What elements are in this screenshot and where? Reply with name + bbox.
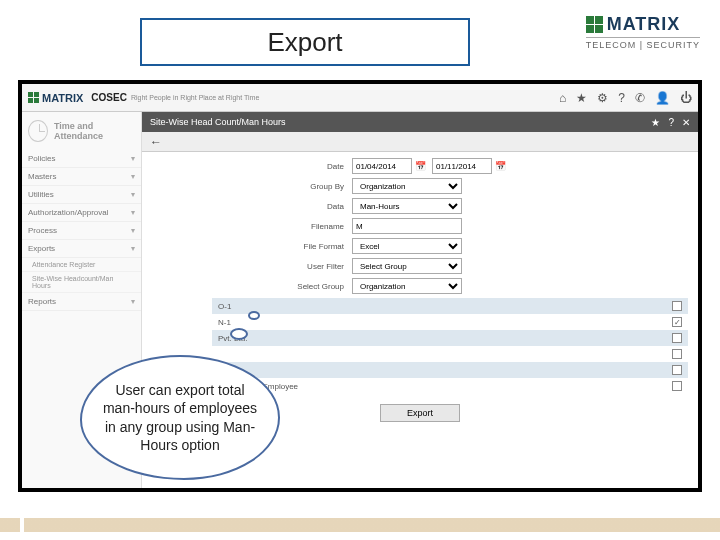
list-item-label: O-1 [218,302,231,311]
close-icon[interactable]: ✕ [682,117,690,128]
fileformat-select[interactable]: Excel [352,238,462,254]
checkbox[interactable] [672,333,682,343]
breadcrumb-bar: Site-Wise Head Count/Man Hours ★ ? ✕ [142,112,698,132]
filename-input[interactable] [352,218,462,234]
checkbox[interactable] [672,381,682,391]
checkbox[interactable] [672,301,682,311]
checkbox[interactable]: ✓ [672,317,682,327]
app-header: MATRIX COSEC Right People in Right Place… [22,84,698,112]
sidebar-item-exports[interactable]: Exports▾ [22,240,141,258]
list-item[interactable]: Unassigned Employee [212,378,688,394]
list-item[interactable]: O-1 [212,298,688,314]
groupby-select[interactable]: Organization [352,178,462,194]
sidebar-item-label: Process [28,226,57,235]
callout-bubble-icon [248,311,260,320]
sidebar-item-process[interactable]: Process▾ [22,222,141,240]
date-to-input[interactable] [432,158,492,174]
user-icon[interactable]: 👤 [655,91,670,105]
list-item[interactable] [212,346,688,362]
brand-name: MATRIX [607,14,681,35]
date-label: Date [152,162,352,171]
chevron-down-icon: ▾ [131,244,135,253]
brand-block: MATRIX TELECOM | SECURITY [586,14,700,50]
header-logo: MATRIX [28,92,83,104]
star-icon[interactable]: ★ [576,91,587,105]
product-tagline: Right People in Right Place at Right Tim… [131,94,259,101]
sidebar-sub-sitewise[interactable]: Site-Wise Headcount/Man Hours [22,272,141,293]
sidebar-item-label: Masters [28,172,56,181]
sidebar-item-policies[interactable]: Policies▾ [22,150,141,168]
checkbox[interactable] [672,365,682,375]
calendar-icon[interactable]: 📅 [495,161,506,171]
sidebar-item-label: Reports [28,297,56,306]
filename-label: Filename [152,222,352,231]
callout-bubble-icon [230,328,248,340]
filter-select[interactable]: Select Group [352,258,462,274]
sidebar-item-masters[interactable]: Masters▾ [22,168,141,186]
help-icon[interactable]: ? [618,91,625,105]
clock-icon [28,120,48,142]
phone-icon[interactable]: ✆ [635,91,645,105]
power-icon[interactable]: ⏻ [680,91,692,105]
selectgroup-label: Select Group [152,282,352,291]
chevron-down-icon: ▾ [131,226,135,235]
brand-logo: MATRIX [586,14,700,35]
list-item[interactable]: N-1✓ [212,314,688,330]
sidebar-item-label: Authorization/Approval [28,208,109,217]
calendar-icon[interactable]: 📅 [415,161,426,171]
selectgroup-select[interactable]: Organization [352,278,462,294]
header-brand-text: MATRIX [42,92,83,104]
back-icon[interactable]: ← [150,135,162,149]
chevron-down-icon: ▾ [131,297,135,306]
chevron-down-icon: ▾ [131,172,135,181]
chevron-down-icon: ▾ [131,154,135,163]
footer-stripe [0,518,720,532]
sidebar-sub-attendance-register[interactable]: Attendance Register [22,258,141,272]
brand-subtitle: TELECOM | SECURITY [586,37,700,50]
data-label: Data [152,202,352,211]
toolbar: ← [142,132,698,152]
panel-help-icon[interactable]: ? [668,117,674,128]
fileformat-label: File Format [152,242,352,251]
module-title: Time and Attendance [54,121,135,141]
filter-label: User Filter [152,262,352,271]
sidebar-item-reports[interactable]: Reports▾ [22,293,141,311]
groupby-label: Group By [152,182,352,191]
chevron-down-icon: ▾ [131,208,135,217]
callout-cloud: User can export total man-hours of emplo… [80,355,280,480]
sidebar-item-label: Policies [28,154,56,163]
list-item[interactable] [212,362,688,378]
data-select[interactable]: Man-Hours [352,198,462,214]
gear-icon[interactable]: ⚙ [597,91,608,105]
product-name: COSEC [91,92,127,103]
sidebar-item-label: Utilities [28,190,54,199]
date-from-input[interactable] [352,158,412,174]
list-item-label: N-1 [218,318,231,327]
list-item[interactable]: Pvt. Ltd. [212,330,688,346]
module-header: Time and Attendance [22,112,141,150]
chevron-down-icon: ▾ [131,190,135,199]
group-list: O-1 N-1✓ Pvt. Ltd. Unassigned Employee [212,298,688,394]
export-button[interactable]: Export [380,404,460,422]
slide-title: Export [140,18,470,66]
fav-icon[interactable]: ★ [651,117,660,128]
checkbox[interactable] [672,349,682,359]
sidebar-item-label: Exports [28,244,55,253]
breadcrumb: Site-Wise Head Count/Man Hours [150,117,286,127]
sidebar-item-authorization[interactable]: Authorization/Approval▾ [22,204,141,222]
home-icon[interactable]: ⌂ [559,91,566,105]
sidebar-item-utilities[interactable]: Utilities▾ [22,186,141,204]
